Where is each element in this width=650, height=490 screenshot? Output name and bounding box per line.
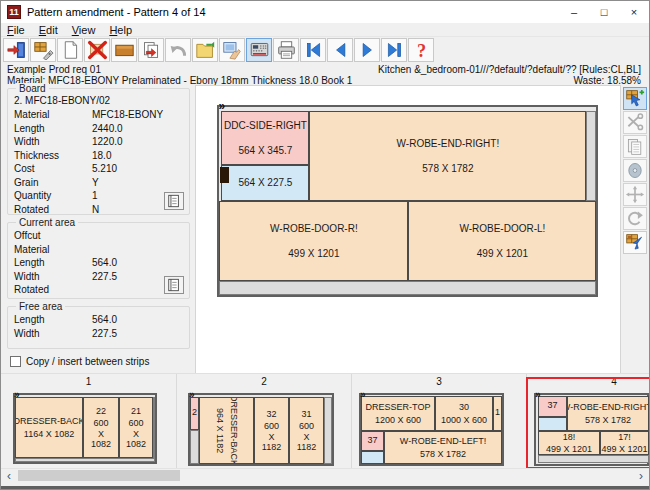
copy-insert-checkbox[interactable] <box>10 356 21 367</box>
current-area-group: Current area OffcutMaterialLength564.0Wi… <box>7 222 190 299</box>
app-window: 11 Pattern amendment - Pattern 4 of 14 –… <box>0 0 650 490</box>
menu-edit[interactable]: Edit <box>39 24 58 36</box>
window-bottom-edge <box>1 482 649 490</box>
current-area-details-button[interactable] <box>164 276 184 294</box>
menu-view[interactable]: View <box>72 24 96 36</box>
properties-panel: Board 2. MFC18-EBONY/02 MaterialMFC18-EB… <box>1 85 195 373</box>
scrollbar-thumb[interactable] <box>18 470 180 481</box>
move-part-icon <box>625 185 645 204</box>
offcut-area[interactable] <box>361 451 384 464</box>
board-name: 2. MFC18-EBONY/02 <box>14 95 185 108</box>
offcut-area[interactable]: 564 X 227.5 <box>221 165 309 201</box>
exit-icon <box>6 40 27 60</box>
pattern-part[interactable]: DRESSER-TOP1200 X 600 <box>361 396 435 431</box>
main-pattern-board[interactable]: »DDC-SIDE-RIGHT564 X 345.7564 X 227.5W-R… <box>217 105 598 297</box>
field-row: Cost5.210 <box>14 162 185 176</box>
thumbnail-board[interactable]: »2964 X 1182DRESSER-BACK32600X118231600X… <box>188 393 334 466</box>
run-info: Kitchen &_bedroom-01///?default/?default… <box>378 64 641 75</box>
field-value: 5.210 <box>92 163 117 174</box>
waste-area[interactable] <box>15 458 155 462</box>
print-button[interactable] <box>273 38 299 62</box>
field-row: Length2440.0 <box>14 122 185 136</box>
waste-area[interactable] <box>219 281 596 295</box>
menu-file[interactable]: File <box>7 24 25 36</box>
pattern-part[interactable]: DDC-SIDE-RIGHT564 X 345.7 <box>221 111 309 165</box>
swap-pattern-button[interactable] <box>623 231 647 254</box>
pattern-part[interactable]: 32600X1182 <box>254 397 289 464</box>
maximize-button[interactable]: □ <box>589 1 619 23</box>
part-dims: 564 X 345.7 <box>238 145 292 157</box>
part-dims: 1182 <box>297 442 316 452</box>
next-pattern-button[interactable] <box>354 38 380 62</box>
board-group: Board 2. MFC18-EBONY/02 MaterialMFC18-EB… <box>7 88 190 215</box>
close-button[interactable]: × <box>619 1 649 23</box>
board-button[interactable] <box>111 38 137 62</box>
field-row: Quantity1 <box>14 189 185 203</box>
part-name: 22 <box>96 406 106 416</box>
pattern-part[interactable]: 1 <box>493 396 502 431</box>
copy-insert-checkbox-row: Copy / insert between strips <box>10 356 190 367</box>
menu-help[interactable]: Help <box>109 24 132 36</box>
pattern-part[interactable]: 964 X 1182DRESSER-BACK <box>199 397 254 464</box>
scroll-left-button[interactable]: ‹ <box>1 469 17 482</box>
new-pattern-button[interactable] <box>57 38 83 62</box>
saw-pattern-button[interactable] <box>30 38 56 62</box>
pattern-part[interactable]: DRESSER-BACK1164 X 1082 <box>15 397 83 458</box>
exit-button[interactable] <box>3 38 29 62</box>
saw-pattern-icon <box>33 40 54 60</box>
saw-machine-button[interactable] <box>246 38 272 62</box>
part-name: DDC-SIDE-RIGHT <box>224 120 307 132</box>
window-title: Pattern amendment - Pattern 4 of 14 <box>27 6 559 18</box>
scroll-right-button[interactable]: › <box>633 469 649 482</box>
waste-area[interactable] <box>324 397 332 464</box>
board-details-button[interactable] <box>164 192 184 210</box>
pattern-part[interactable]: 21600X1082 <box>119 397 153 458</box>
pattern-part[interactable]: W-ROBE-END-RIGHT!578 X 1782 <box>309 111 586 201</box>
pattern-part[interactable]: 31600X1182 <box>289 397 324 464</box>
pattern-canvas[interactable]: »DDC-SIDE-RIGHT564 X 345.7564 X 227.5W-R… <box>195 85 621 373</box>
last-pattern-icon <box>384 40 405 60</box>
open-pattern-icon <box>195 40 216 60</box>
amend-pattern-button[interactable] <box>219 38 245 62</box>
delete-pattern-button[interactable] <box>84 38 110 62</box>
pattern-part[interactable]: W-ROBE-DOOR-L!499 X 1201 <box>408 201 596 281</box>
swap-pattern-icon <box>625 233 645 252</box>
previous-pattern-button[interactable] <box>327 38 353 62</box>
thumbnail-board[interactable]: »DRESSER-BACK1164 X 108222600X108221600X… <box>13 393 157 464</box>
pattern-part[interactable]: W-ROBE-END-LEFT!578 X 1782 <box>384 431 502 464</box>
title-bar: 11 Pattern amendment - Pattern 4 of 14 –… <box>1 1 649 23</box>
minimize-button[interactable]: – <box>559 1 589 23</box>
field-row: Length564.0 <box>14 256 185 270</box>
field-row: GrainY <box>14 176 185 190</box>
field-row: Width227.5 <box>14 270 185 284</box>
thumbnail-board[interactable]: »DRESSER-TOP1200 X 600301000 X 600137W-R… <box>359 393 504 466</box>
part-name: 31 <box>301 409 311 419</box>
menu-bar: FileEditViewHelp <box>1 23 649 37</box>
part-dims: 1164 X 1082 <box>24 429 74 439</box>
pattern-part[interactable]: 22600X1082 <box>83 397 119 458</box>
waste-area[interactable] <box>153 397 155 458</box>
add-part-button[interactable] <box>623 87 647 110</box>
pattern-part[interactable]: 301000 X 600 <box>435 396 493 431</box>
rotate-part-button <box>623 207 647 230</box>
part-name: 1 <box>495 407 500 417</box>
info-bar: Example Prod req 01 Material: MFC18-EBON… <box>1 63 649 85</box>
copy-pattern-icon <box>141 40 162 60</box>
svg-text:?: ? <box>416 41 425 60</box>
current-area-legend: Current area <box>16 217 78 228</box>
scrollbar-track[interactable] <box>17 469 633 482</box>
open-pattern-button[interactable] <box>192 38 218 62</box>
last-pattern-button[interactable] <box>381 38 407 62</box>
pattern-part[interactable]: 37 <box>361 431 384 451</box>
copy-pattern-button[interactable] <box>138 38 164 62</box>
waste-area[interactable] <box>190 430 199 464</box>
waste-area[interactable] <box>586 111 596 201</box>
help-button[interactable]: ? <box>408 38 434 62</box>
defect-mark <box>220 167 229 183</box>
pattern-part[interactable]: 2 <box>190 397 199 430</box>
field-row: Offcut <box>14 229 185 243</box>
part-dims: 600 <box>128 418 143 428</box>
undo-button[interactable] <box>165 38 191 62</box>
first-pattern-button[interactable] <box>300 38 326 62</box>
pattern-part[interactable]: W-ROBE-DOOR-R!499 X 1201 <box>219 201 408 281</box>
